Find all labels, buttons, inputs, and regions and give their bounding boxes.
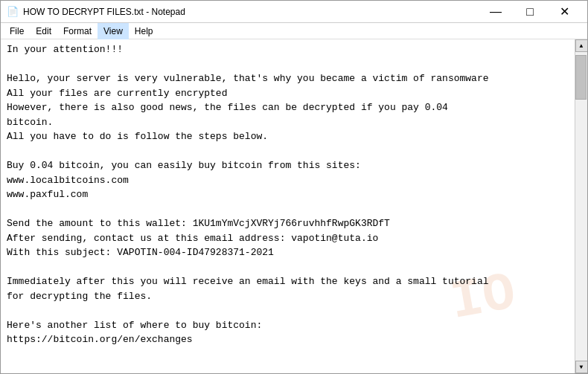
title-bar-left: 📄 HOW TO DECRYPT FILES.txt - Notepad bbox=[7, 6, 185, 18]
notepad-window: 📄 HOW TO DECRYPT FILES.txt - Notepad — □… bbox=[0, 0, 588, 374]
title-bar: 📄 HOW TO DECRYPT FILES.txt - Notepad — □… bbox=[1, 1, 587, 23]
maximize-button[interactable]: □ bbox=[513, 1, 547, 23]
close-button[interactable]: ✕ bbox=[547, 1, 581, 23]
text-content: In your attention!!! Hello, your server … bbox=[7, 42, 569, 347]
window-title: HOW TO DECRYPT FILES.txt - Notepad bbox=[23, 7, 185, 17]
scroll-thumb[interactable] bbox=[575, 55, 587, 100]
menu-format[interactable]: Format bbox=[57, 23, 98, 39]
content-area: In your attention!!! Hello, your server … bbox=[1, 39, 587, 373]
notepad-icon: 📄 bbox=[7, 6, 19, 18]
menu-help[interactable]: Help bbox=[129, 23, 159, 39]
text-area[interactable]: In your attention!!! Hello, your server … bbox=[1, 39, 575, 373]
scrollbar-vertical[interactable]: ▲ ▼ bbox=[575, 39, 587, 373]
scroll-down-button[interactable]: ▼ bbox=[575, 361, 588, 373]
scroll-track[interactable] bbox=[575, 52, 587, 361]
minimize-button[interactable]: — bbox=[479, 1, 513, 23]
menu-view[interactable]: View bbox=[98, 23, 129, 39]
scroll-up-button[interactable]: ▲ bbox=[575, 39, 588, 52]
menu-bar: File Edit Format View Help bbox=[1, 23, 587, 39]
title-buttons: — □ ✕ bbox=[479, 1, 581, 23]
menu-edit[interactable]: Edit bbox=[30, 23, 57, 39]
menu-file[interactable]: File bbox=[4, 23, 30, 39]
